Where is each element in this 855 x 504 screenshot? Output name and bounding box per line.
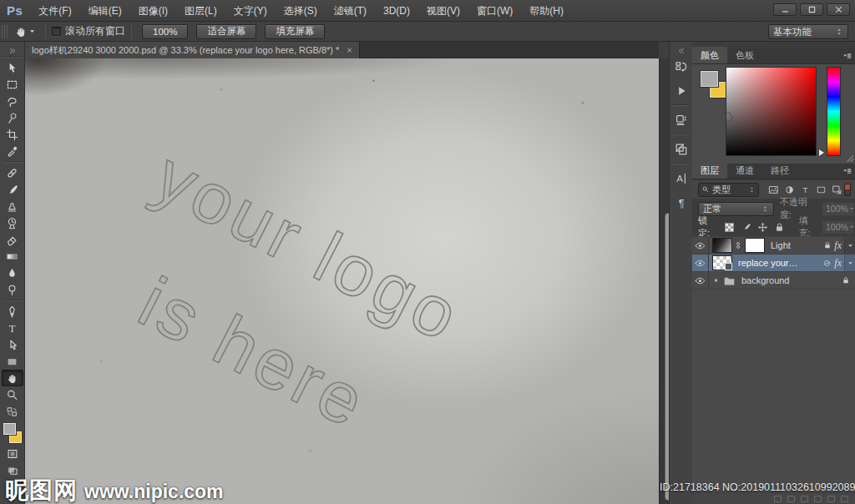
type-tool[interactable]: T [2, 320, 23, 336]
document-tab[interactable]: logo样机29240 3000 2000.psd @ 33.3% (repla… [25, 42, 360, 58]
healing-brush-tool[interactable] [2, 164, 23, 181]
menu-item-4[interactable]: 图层(L) [176, 0, 225, 22]
fill-value-dropdown[interactable]: 100% [822, 220, 855, 234]
character-panel-button[interactable]: A [670, 168, 692, 189]
filter-smart-icon[interactable] [829, 183, 844, 197]
layer-fx-label[interactable]: fx [834, 239, 842, 252]
gradient-tool[interactable] [2, 248, 23, 265]
layer-fx-label[interactable]: fx [834, 257, 842, 270]
menu-item-8[interactable]: 3D(D) [375, 0, 418, 22]
scroll-all-windows-option[interactable]: 滚动所有窗口 [52, 24, 125, 38]
document-canvas[interactable]: your logo is here [25, 58, 659, 504]
menu-item-2[interactable]: 编辑(E) [80, 0, 130, 22]
layer-style-icon[interactable] [787, 496, 795, 502]
lock-icon[interactable] [773, 221, 786, 234]
layer-visibility-toggle[interactable] [692, 272, 709, 290]
filter-adjustment-icon[interactable] [782, 183, 797, 197]
panel-tab-2[interactable]: 通道 [727, 162, 762, 179]
layer-mask-icon[interactable] [801, 496, 808, 502]
menu-item-3[interactable]: 图像(I) [130, 0, 176, 22]
shape-tool[interactable] [2, 353, 23, 370]
layer-mask-thumbnail[interactable] [745, 238, 765, 253]
paragraph-panel-button[interactable]: ¶ [670, 192, 692, 213]
dodge-tool[interactable] [2, 281, 23, 298]
options-button-3[interactable]: 填充屏幕 [265, 24, 325, 39]
hand-tool[interactable] [2, 370, 23, 386]
menu-item-9[interactable]: 视图(V) [418, 0, 468, 22]
filter-toggle-switch[interactable] [844, 184, 851, 196]
blur-tool[interactable] [2, 265, 23, 281]
layer-row[interactable]: replace your logo ...fx [692, 254, 855, 271]
maximize-button[interactable] [800, 3, 823, 16]
filter-shape-icon[interactable] [813, 183, 828, 197]
layer-row[interactable]: background [692, 271, 855, 289]
collapse-effects-button[interactable] [844, 255, 855, 272]
layer-thumbnail[interactable] [712, 255, 732, 270]
lock-checker-icon[interactable] [723, 221, 736, 234]
collapse-effects-button[interactable] [844, 237, 855, 255]
layer-visibility-toggle[interactable] [692, 255, 709, 272]
adjustment-layer-icon[interactable] [814, 496, 822, 502]
lock-move-icon[interactable] [756, 221, 769, 234]
workspace-switcher[interactable]: 基本功能 [768, 24, 848, 39]
zoom-tool[interactable] [2, 386, 23, 403]
menu-item-7[interactable]: 滤镜(T) [326, 0, 375, 22]
move-tool[interactable] [2, 59, 23, 76]
filter-pixel-icon[interactable] [766, 183, 781, 197]
brush-tool[interactable] [2, 181, 23, 198]
foreground-color-swatch[interactable] [3, 423, 16, 435]
layer-thumbnail[interactable] [712, 238, 732, 253]
blend-mode-dropdown[interactable]: 正常 [698, 202, 774, 216]
color-picker-cursor[interactable] [721, 112, 732, 123]
delete-layer-icon[interactable] [841, 496, 848, 502]
history-brush-tool[interactable] [2, 214, 23, 231]
pen-tool[interactable] [2, 303, 23, 320]
link-layers-icon[interactable] [774, 496, 782, 502]
swap-colors-button[interactable] [2, 403, 23, 420]
crop-tool[interactable] [2, 126, 23, 143]
eyedropper-tool[interactable] [2, 143, 23, 159]
hue-slider-cursor[interactable] [819, 149, 824, 156]
menu-item-10[interactable]: 窗口(W) [468, 0, 521, 22]
collapse-toolbar-icon[interactable] [8, 43, 17, 54]
panel-tab-1[interactable]: 图层 [692, 162, 727, 179]
hue-slider[interactable] [827, 67, 841, 156]
menu-item-6[interactable]: 选择(S) [276, 0, 326, 22]
scroll-all-windows-checkbox[interactable] [52, 27, 61, 36]
hand-tool-option[interactable] [11, 25, 39, 38]
path-selection-tool[interactable] [2, 336, 23, 353]
options-button-1[interactable]: 100% [142, 24, 188, 39]
layer-name[interactable]: replace your logo ... [738, 258, 800, 268]
panel-menu-icon[interactable] [842, 166, 855, 177]
opacity-value-dropdown[interactable]: 100% [822, 202, 855, 216]
eraser-tool[interactable] [2, 231, 23, 248]
document-tab-close-icon[interactable]: × [347, 45, 352, 55]
minimize-button[interactable] [773, 3, 797, 16]
actions-panel-button[interactable] [670, 80, 692, 101]
panel-tab-3[interactable]: 路径 [762, 162, 797, 179]
history-panel-button[interactable] [670, 56, 692, 77]
layer-name[interactable]: background [741, 275, 790, 285]
expand-group-icon[interactable] [713, 277, 720, 284]
panel-menu-icon[interactable] [842, 51, 855, 62]
lasso-tool[interactable] [2, 93, 23, 109]
layer-name[interactable]: Light [771, 240, 791, 250]
clone-stamp-tool[interactable] [2, 198, 23, 214]
panel-tab-1[interactable]: 颜色 [692, 47, 727, 63]
filter-type-icon[interactable]: T [797, 183, 812, 197]
menu-item-5[interactable]: 文字(Y) [225, 0, 276, 22]
close-button[interactable] [827, 3, 850, 16]
menu-item-1[interactable]: 文件(F) [30, 0, 79, 22]
menu-item-11[interactable]: 帮助(H) [521, 0, 572, 22]
marquee-tool[interactable] [2, 76, 23, 93]
layer-visibility-toggle[interactable] [692, 237, 709, 255]
quick-selection-tool[interactable] [2, 109, 23, 126]
quick-mask-button[interactable] [2, 446, 23, 462]
filter-kind-dropdown[interactable]: 类型 [698, 183, 759, 197]
saturation-brightness-field[interactable] [726, 67, 817, 156]
options-button-2[interactable]: 适合屏幕 [196, 24, 256, 39]
styles-panel-button[interactable] [670, 139, 692, 159]
panel-tab-2[interactable]: 色板 [727, 47, 762, 63]
properties-panel-button[interactable] [670, 109, 692, 130]
layer-row[interactable]: Lightfx [692, 236, 855, 254]
